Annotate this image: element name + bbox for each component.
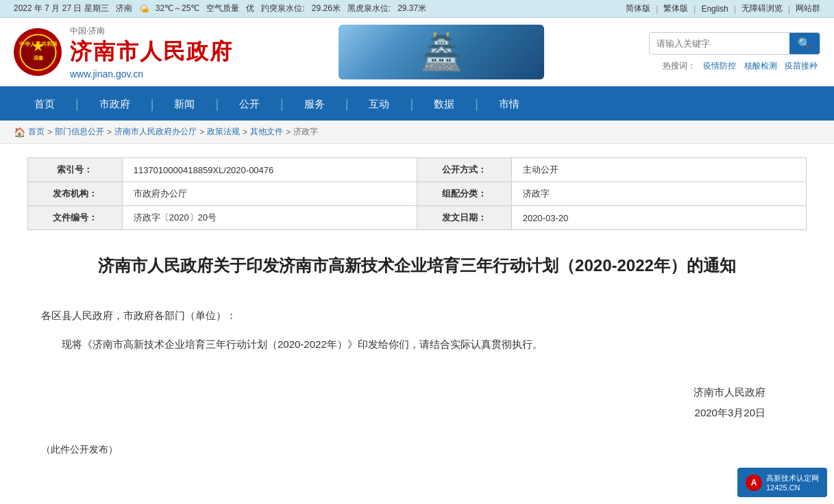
bottom-badge[interactable]: A 高新技术认定网 12425.CN — [737, 468, 827, 470]
breadcrumb-current: 济政字 — [293, 126, 318, 138]
air-quality-value: 优 — [246, 3, 254, 14]
water2-value: 29.37米 — [397, 3, 426, 14]
top-bar-right: 简体版 | 繁体版 | English | 无障碍浏览 | 网站群 — [626, 3, 820, 14]
logo-title: 济南市人民政府 — [70, 37, 233, 67]
nav-item-government[interactable]: 市政府 — [79, 88, 151, 121]
top-bar: 2022 年 7 月 27 日 星期三 济南 🌤 32℃～25℃ 空气质量 优 … — [0, 0, 834, 18]
label-index: 索引号： — [28, 158, 123, 182]
label-category: 组配分类： — [417, 182, 511, 206]
article-body: 各区县人民政府，市政府各部门（单位）： 现将《济南市高新技术企业培育三年行动计划… — [27, 305, 807, 355]
breadcrumb-sep-3: > — [199, 127, 204, 137]
hot-keyword-2[interactable]: 核酸检测 — [744, 61, 777, 71]
sep3: | — [734, 4, 736, 14]
label-doc-number: 文件编号： — [28, 206, 123, 230]
header-search: 🔍 热搜词： 疫情防控 核酸检测 疫苗接种 — [649, 32, 820, 72]
nav-item-interaction[interactable]: 互动 — [348, 88, 410, 121]
nav-item-open[interactable]: 公开 — [219, 88, 280, 121]
label-publisher: 发布机构： — [28, 182, 123, 206]
simplified-chinese-link[interactable]: 简体版 — [626, 3, 650, 14]
label-date: 发文日期： — [417, 206, 511, 230]
value-doc-number: 济政字〔2020〕20号 — [122, 206, 417, 230]
traditional-chinese-link[interactable]: 繁体版 — [663, 3, 688, 14]
value-disclosure: 主动公开 — [511, 158, 806, 182]
logo-subtitle: www.jinan.gov.cn — [70, 68, 233, 79]
temperature-text: 32℃～25℃ — [156, 3, 200, 14]
water2-label: 黑虎泉水位: — [347, 3, 391, 14]
sep2: | — [694, 4, 696, 14]
top-bar-left: 2022 年 7 月 27 日 星期三 济南 🌤 32℃～25℃ 空气质量 优 … — [14, 3, 426, 14]
sep4: | — [788, 4, 790, 14]
info-row-1: 索引号： 1137010000418859XL/2020-00476 公开方式：… — [28, 158, 807, 182]
breadcrumb-office[interactable]: 济南市人民政府办公厅 — [114, 126, 197, 138]
value-category: 济政字 — [511, 182, 806, 206]
english-link[interactable]: English — [701, 4, 728, 14]
air-quality-label: 空气质量 — [206, 3, 239, 14]
signature-org: 济南市人民政府 — [27, 382, 765, 403]
weather-icon: 🌤 — [139, 3, 149, 14]
search-input[interactable] — [650, 34, 789, 53]
info-row-3: 文件编号： 济政字〔2020〕20号 发文日期： 2020-03-20 — [28, 206, 807, 230]
logo-text-block: 中国·济南 济南市人民政府 www.jinan.gov.cn — [70, 25, 233, 79]
info-row-2: 发布机构： 市政府办公厅 组配分类： 济政字 — [28, 182, 807, 206]
breadcrumb-sep-1: > — [47, 127, 52, 137]
logo-emblem: 中华人民共和国 国徽 — [14, 28, 62, 76]
main-nav: 首页 | 市政府 | 新闻 | 公开 | 服务 | 互动 | 数据 | 市情 — [0, 88, 834, 121]
hot-search: 热搜词： 疫情防控 核酸检测 疫苗接种 — [663, 60, 820, 72]
breadcrumb-home[interactable]: 首页 — [28, 126, 45, 138]
home-icon[interactable]: 🏠 — [14, 127, 25, 138]
site-group-link[interactable]: 网站群 — [796, 3, 820, 14]
nav-item-news[interactable]: 新闻 — [154, 88, 215, 121]
svg-text:国徽: 国徽 — [33, 55, 43, 61]
label-disclosure: 公开方式： — [417, 158, 511, 182]
article-signature: 济南市人民政府 2020年3月20日 — [27, 382, 765, 423]
header-banner-image — [339, 25, 544, 79]
search-button[interactable]: 🔍 — [789, 33, 820, 54]
water1-label: 趵突泉水位: — [261, 3, 304, 14]
value-date: 2020-03-20 — [511, 206, 806, 230]
accessibility-link[interactable]: 无障碍浏览 — [741, 3, 783, 14]
info-table: 索引号： 1137010000418859XL/2020-00476 公开方式：… — [27, 158, 807, 230]
article-title: 济南市人民政府关于印发济南市高新技术企业培育三年行动计划（2020-2022年）… — [27, 247, 807, 285]
nav-item-service[interactable]: 服务 — [284, 88, 345, 121]
nav-item-data[interactable]: 数据 — [413, 88, 475, 121]
header-logo: 中华人民共和国 国徽 中国·济南 济南市人民政府 www.jinan.gov.c… — [14, 25, 233, 79]
date-text: 2022 年 7 月 27 日 星期三 — [14, 3, 109, 14]
breadcrumb-sep-5: > — [286, 127, 291, 137]
hot-keyword-1[interactable]: 疫情防控 — [703, 61, 736, 71]
hot-keyword-3[interactable]: 疫苗接种 — [785, 61, 818, 71]
value-publisher: 市政府办公厅 — [122, 182, 417, 206]
sep1: | — [656, 4, 658, 14]
article-salutation: 各区县人民政府，市政府各部门（单位）： — [41, 305, 793, 326]
signature-date: 2020年3月20日 — [27, 403, 765, 423]
hot-search-label: 热搜词： — [663, 61, 696, 71]
breadcrumb-other[interactable]: 其他文件 — [250, 126, 283, 138]
breadcrumb-sep-4: > — [243, 127, 247, 137]
nav-item-home[interactable]: 首页 — [14, 88, 75, 121]
breadcrumb: 🏠 首页 > 部门信息公开 > 济南市人民政府办公厅 > 政策法规 > 其他文件… — [0, 121, 834, 144]
breadcrumb-policy[interactable]: 政策法规 — [207, 126, 240, 138]
svg-point-0 — [20, 34, 56, 70]
public-notice: （此件公开发布） — [27, 444, 807, 456]
breadcrumb-sep-2: > — [107, 127, 112, 137]
logo-badge: 中国·济南 — [70, 25, 233, 37]
header: 中华人民共和国 国徽 中国·济南 济南市人民政府 www.jinan.gov.c… — [0, 18, 834, 88]
breadcrumb-dept[interactable]: 部门信息公开 — [55, 126, 104, 138]
value-index: 1137010000418859XL/2020-00476 — [122, 158, 417, 182]
nav-item-cityinfo[interactable]: 市情 — [478, 88, 540, 121]
water1-value: 29.26米 — [312, 3, 341, 14]
article-body-text: 现将《济南市高新技术企业培育三年行动计划（2020-2022年）》印发给你们，请… — [41, 334, 793, 355]
search-box[interactable]: 🔍 — [649, 32, 820, 55]
content: 索引号： 1137010000418859XL/2020-00476 公开方式：… — [0, 144, 834, 470]
city-text: 济南 — [116, 3, 132, 14]
